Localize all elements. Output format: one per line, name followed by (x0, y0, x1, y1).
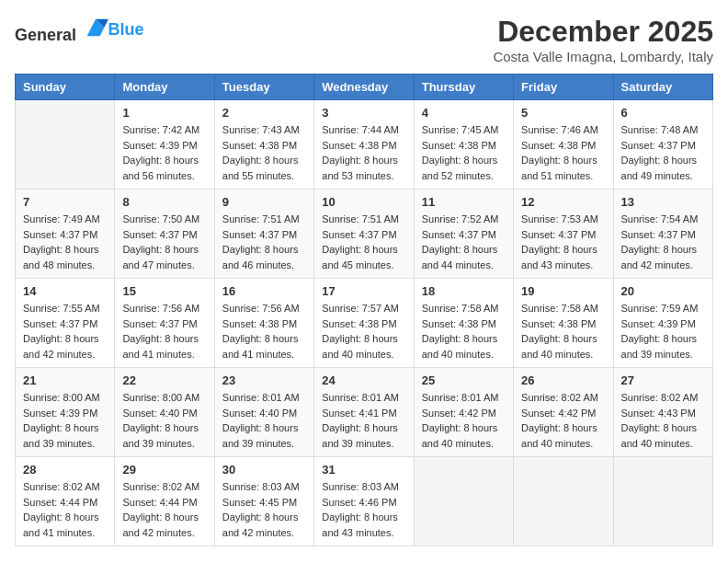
location-title: Costa Valle Imagna, Lombardy, Italy (493, 49, 713, 64)
daylight-text: Daylight: 8 hours and 40 minutes. (621, 422, 698, 449)
day-info: Sunrise: 7:51 AM Sunset: 4:37 PM Dayligh… (222, 212, 306, 272)
calendar-cell: 24 Sunrise: 8:01 AM Sunset: 4:41 PM Dayl… (314, 368, 414, 457)
sunset-text: Sunset: 4:38 PM (222, 140, 297, 151)
day-info: Sunrise: 7:49 AM Sunset: 4:37 PM Dayligh… (23, 212, 107, 272)
calendar-cell: 29 Sunrise: 8:02 AM Sunset: 4:44 PM Dayl… (115, 457, 214, 546)
weekday-header-friday: Friday (514, 75, 613, 100)
sunrise-text: Sunrise: 7:48 AM (621, 124, 699, 135)
sunrise-text: Sunrise: 7:55 AM (23, 303, 100, 314)
sunrise-text: Sunrise: 7:50 AM (122, 213, 199, 224)
month-title: December 2025 (493, 15, 713, 49)
day-number: 20 (621, 284, 705, 298)
calendar-cell: 19 Sunrise: 7:58 AM Sunset: 4:38 PM Dayl… (514, 279, 613, 368)
sunset-text: Sunset: 4:44 PM (23, 497, 97, 508)
daylight-text: Daylight: 8 hours and 42 minutes. (23, 333, 99, 360)
day-number: 14 (23, 284, 107, 298)
day-number: 27 (621, 373, 705, 387)
sunrise-text: Sunrise: 8:02 AM (621, 392, 699, 403)
daylight-text: Daylight: 8 hours and 42 minutes. (122, 511, 199, 538)
day-number: 15 (122, 284, 206, 298)
sunset-text: Sunset: 4:39 PM (122, 140, 197, 151)
sunset-text: Sunset: 4:40 PM (222, 408, 297, 419)
weekday-header-row: SundayMondayTuesdayWednesdayThursdayFrid… (16, 75, 713, 100)
sunrise-text: Sunrise: 8:01 AM (322, 392, 399, 403)
day-info: Sunrise: 7:44 AM Sunset: 4:38 PM Dayligh… (322, 122, 405, 183)
calendar-week-row: 1 Sunrise: 7:42 AM Sunset: 4:39 PM Dayli… (16, 100, 713, 190)
sunrise-text: Sunrise: 7:51 AM (222, 213, 300, 224)
calendar-cell: 17 Sunrise: 7:57 AM Sunset: 4:38 PM Dayl… (314, 279, 414, 368)
sunrise-text: Sunrise: 7:44 AM (322, 124, 399, 135)
calendar-cell (613, 457, 712, 546)
day-info: Sunrise: 7:50 AM Sunset: 4:37 PM Dayligh… (122, 212, 206, 272)
day-info: Sunrise: 7:51 AM Sunset: 4:37 PM Dayligh… (322, 212, 405, 272)
calendar-cell: 12 Sunrise: 7:53 AM Sunset: 4:37 PM Dayl… (514, 190, 613, 279)
sunrise-text: Sunrise: 7:58 AM (422, 303, 499, 314)
sunrise-text: Sunrise: 8:00 AM (23, 392, 100, 403)
sunset-text: Sunset: 4:37 PM (23, 229, 97, 240)
calendar-cell: 15 Sunrise: 7:56 AM Sunset: 4:37 PM Dayl… (115, 279, 214, 368)
day-info: Sunrise: 8:02 AM Sunset: 4:42 PM Dayligh… (521, 390, 605, 451)
calendar-cell: 20 Sunrise: 7:59 AM Sunset: 4:39 PM Dayl… (613, 279, 712, 368)
sunset-text: Sunset: 4:41 PM (322, 408, 396, 419)
sunrise-text: Sunrise: 7:56 AM (122, 303, 199, 314)
day-number: 1 (122, 106, 206, 120)
calendar-cell: 30 Sunrise: 8:03 AM Sunset: 4:45 PM Dayl… (214, 457, 313, 546)
day-info: Sunrise: 7:48 AM Sunset: 4:37 PM Dayligh… (621, 122, 705, 183)
sunrise-text: Sunrise: 7:54 AM (621, 213, 699, 224)
calendar-cell: 2 Sunrise: 7:43 AM Sunset: 4:38 PM Dayli… (214, 100, 313, 190)
weekday-header-monday: Monday (115, 75, 214, 100)
daylight-text: Daylight: 8 hours and 40 minutes. (521, 422, 597, 449)
day-info: Sunrise: 8:02 AM Sunset: 4:44 PM Dayligh… (122, 479, 206, 540)
sunset-text: Sunset: 4:37 PM (322, 229, 396, 240)
sunset-text: Sunset: 4:37 PM (521, 229, 596, 240)
day-number: 25 (422, 373, 506, 387)
sunset-text: Sunset: 4:38 PM (322, 140, 396, 151)
calendar-cell: 7 Sunrise: 7:49 AM Sunset: 4:37 PM Dayli… (16, 190, 115, 279)
sunset-text: Sunset: 4:39 PM (621, 318, 696, 329)
day-info: Sunrise: 7:53 AM Sunset: 4:37 PM Dayligh… (521, 212, 605, 272)
calendar-cell (514, 457, 613, 546)
sunset-text: Sunset: 4:37 PM (621, 229, 696, 240)
day-info: Sunrise: 8:02 AM Sunset: 4:43 PM Dayligh… (621, 390, 705, 451)
daylight-text: Daylight: 8 hours and 39 minutes. (23, 422, 99, 449)
calendar-week-row: 28 Sunrise: 8:02 AM Sunset: 4:44 PM Dayl… (16, 457, 713, 546)
day-info: Sunrise: 8:03 AM Sunset: 4:45 PM Dayligh… (222, 479, 306, 540)
calendar-cell (414, 457, 513, 546)
daylight-text: Daylight: 8 hours and 51 minutes. (521, 155, 597, 181)
daylight-text: Daylight: 8 hours and 43 minutes. (322, 511, 398, 538)
calendar-cell: 14 Sunrise: 7:55 AM Sunset: 4:37 PM Dayl… (16, 279, 115, 368)
day-info: Sunrise: 7:54 AM Sunset: 4:37 PM Dayligh… (621, 212, 705, 272)
sunset-text: Sunset: 4:37 PM (621, 140, 696, 151)
calendar-cell: 27 Sunrise: 8:02 AM Sunset: 4:43 PM Dayl… (613, 368, 712, 457)
calendar-cell: 3 Sunrise: 7:44 AM Sunset: 4:38 PM Dayli… (314, 100, 414, 190)
daylight-text: Daylight: 8 hours and 41 minutes. (122, 333, 199, 360)
sunrise-text: Sunrise: 8:01 AM (222, 392, 300, 403)
sunset-text: Sunset: 4:39 PM (23, 408, 97, 419)
day-info: Sunrise: 7:57 AM Sunset: 4:38 PM Dayligh… (322, 301, 405, 362)
calendar-cell: 1 Sunrise: 7:42 AM Sunset: 4:39 PM Dayli… (115, 100, 214, 190)
daylight-text: Daylight: 8 hours and 39 minutes. (322, 422, 398, 449)
sunrise-text: Sunrise: 8:01 AM (422, 392, 499, 403)
sunrise-text: Sunrise: 7:52 AM (422, 213, 499, 224)
logo: General Blue (15, 15, 144, 45)
day-number: 12 (521, 195, 605, 209)
sunset-text: Sunset: 4:37 PM (23, 318, 97, 329)
sunset-text: Sunset: 4:38 PM (521, 318, 596, 329)
day-number: 30 (222, 463, 306, 477)
day-info: Sunrise: 7:46 AM Sunset: 4:38 PM Dayligh… (521, 122, 605, 183)
sunrise-text: Sunrise: 8:00 AM (122, 392, 199, 403)
sunset-text: Sunset: 4:38 PM (422, 140, 496, 151)
sunset-text: Sunset: 4:42 PM (422, 408, 496, 419)
daylight-text: Daylight: 8 hours and 43 minutes. (521, 244, 597, 270)
daylight-text: Daylight: 8 hours and 55 minutes. (222, 155, 299, 181)
day-number: 11 (422, 195, 506, 209)
weekday-header-saturday: Saturday (613, 75, 712, 100)
day-number: 4 (422, 106, 506, 120)
daylight-text: Daylight: 8 hours and 39 minutes. (621, 333, 698, 360)
calendar-week-row: 21 Sunrise: 8:00 AM Sunset: 4:39 PM Dayl… (16, 368, 713, 457)
daylight-text: Daylight: 8 hours and 53 minutes. (322, 155, 398, 181)
sunset-text: Sunset: 4:42 PM (521, 408, 596, 419)
day-info: Sunrise: 7:45 AM Sunset: 4:38 PM Dayligh… (422, 122, 506, 183)
sunset-text: Sunset: 4:46 PM (322, 497, 396, 508)
day-info: Sunrise: 8:00 AM Sunset: 4:40 PM Dayligh… (122, 390, 206, 451)
